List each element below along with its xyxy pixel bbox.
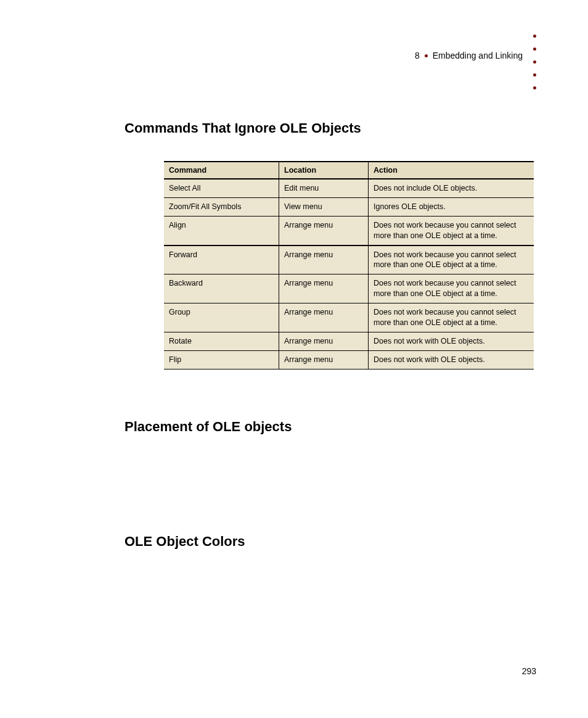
table-row: Backward Arrange menu Does not work beca… (164, 274, 534, 303)
bullet-icon (533, 35, 536, 38)
table-header-command: Command (164, 162, 279, 179)
cell-command: Backward (164, 274, 279, 303)
section-heading-colors: OLE Object Colors (125, 534, 534, 550)
cell-command: Align (164, 216, 279, 245)
cell-location: View menu (279, 197, 369, 216)
cell-action: Does not work with OLE objects. (369, 350, 534, 369)
bullet-icon (533, 86, 536, 89)
cell-command: Group (164, 303, 279, 332)
cell-action: Does not work because you cannot select … (369, 274, 534, 303)
bullet-icon (533, 73, 536, 76)
cell-command: Zoom/Fit All Symbols (164, 197, 279, 216)
chapter-number: 8 (415, 51, 420, 60)
table-row: Align Arrange menu Does not work because… (164, 216, 534, 245)
cell-action: Does not work with OLE objects. (369, 332, 534, 350)
cell-location: Arrange menu (279, 216, 369, 245)
content-area: Commands That Ignore OLE Objects Command… (125, 120, 534, 550)
cell-location: Edit menu (279, 179, 369, 197)
bullet-icon (533, 47, 536, 51)
section-heading-placement: Placement of OLE objects (125, 419, 534, 435)
table-row: Select All Edit menu Does not include OL… (164, 179, 534, 197)
vertical-dots-decoration (533, 35, 536, 89)
table-row: Zoom/Fit All Symbols View menu Ignores O… (164, 197, 534, 216)
cell-action: Does not work because you cannot select … (369, 246, 534, 274)
page-number: 293 (522, 666, 536, 676)
cell-action: Does not include OLE objects. (369, 179, 534, 197)
section-heading-commands: Commands That Ignore OLE Objects (125, 120, 534, 136)
chapter-title: Embedding and Linking (433, 51, 523, 60)
page: 8 Embedding and Linking Commands That Ig… (0, 0, 588, 718)
cell-command: Rotate (164, 332, 279, 350)
cell-command: Select All (164, 179, 279, 197)
cell-command: Forward (164, 246, 279, 274)
table-header-location: Location (279, 162, 369, 179)
cell-action: Ignores OLE objects. (369, 197, 534, 216)
bullet-icon (533, 60, 536, 64)
cell-location: Arrange menu (279, 350, 369, 369)
table-row: Flip Arrange menu Does not work with OLE… (164, 350, 534, 369)
cell-action: Does not work because you cannot select … (369, 303, 534, 332)
cell-location: Arrange menu (279, 274, 369, 303)
table-header-row: Command Location Action (164, 162, 534, 179)
table-row: Rotate Arrange menu Does not work with O… (164, 332, 534, 350)
bullet-icon (425, 54, 428, 57)
table-row: Forward Arrange menu Does not work becau… (164, 246, 534, 274)
table-row: Group Arrange menu Does not work because… (164, 303, 534, 332)
cell-location: Arrange menu (279, 332, 369, 350)
table-header-action: Action (369, 162, 534, 179)
cell-command: Flip (164, 350, 279, 369)
cell-location: Arrange menu (279, 303, 369, 332)
cell-location: Arrange menu (279, 246, 369, 274)
commands-table: Command Location Action Select All Edit … (164, 161, 534, 369)
cell-action: Does not work because you cannot select … (369, 216, 534, 245)
running-header: 8 Embedding and Linking (415, 51, 523, 60)
